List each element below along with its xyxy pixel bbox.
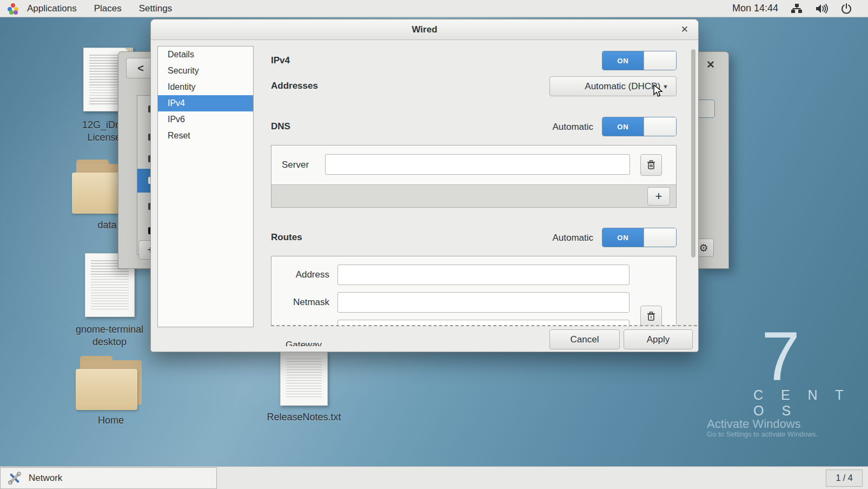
sidebar-item-details[interactable]: Details	[158, 47, 253, 63]
route-address-input[interactable]	[337, 265, 630, 285]
routes-automatic-toggle[interactable]: ON	[602, 228, 677, 247]
toggle-knob	[644, 51, 676, 70]
activate-windows-watermark: Activate Windows	[707, 417, 801, 431]
toggle-on-label: ON	[602, 117, 644, 136]
trash-icon	[647, 312, 655, 321]
places-menu[interactable]: Places	[85, 0, 130, 17]
distro-logo-icon	[8, 3, 18, 14]
house-icon	[90, 378, 132, 404]
sidebar-item-ipv6[interactable]: IPv6	[158, 111, 253, 128]
dialog-title: Wired	[151, 19, 698, 40]
centos-numeral: 7	[761, 322, 800, 391]
toggle-knob	[644, 228, 676, 247]
sidebar-item-security[interactable]: Security	[158, 63, 253, 79]
task-label: Network	[29, 473, 62, 484]
window-close-icon[interactable]: ✕	[706, 58, 715, 71]
toggle-knob	[644, 117, 676, 136]
server-label: Server	[282, 160, 309, 170]
sidebar-item-reset[interactable]: Reset	[158, 128, 253, 144]
network-task-button[interactable]: Network	[0, 467, 217, 489]
dns-automatic-toggle[interactable]: ON	[602, 117, 677, 136]
address-label: Address	[286, 269, 329, 280]
delete-server-button[interactable]	[640, 154, 662, 176]
activate-windows-subtext: Go to Settings to activate Windows.	[707, 430, 818, 438]
icon-label: gnome-terminal	[59, 323, 160, 336]
ipv4-toggle[interactable]: ON	[602, 51, 677, 70]
dns-automatic-label: Automatic	[502, 122, 593, 133]
network-status-icon[interactable]	[790, 2, 803, 15]
dropdown-value: Automatic (DHCP)	[585, 81, 660, 92]
toggle-on-label: ON	[602, 51, 644, 70]
scroll-clip-edge	[271, 325, 697, 326]
apply-button[interactable]: Apply	[624, 329, 693, 349]
ipv4-section-label: IPv4	[271, 55, 290, 66]
settings-menu[interactable]: Settings	[130, 0, 181, 17]
dialog-close-icon[interactable]: ✕	[681, 19, 688, 40]
network-panel-window-right-edge: ✕ ⚙	[699, 51, 729, 269]
routes-box: Address Netmask	[271, 256, 677, 326]
trash-icon	[647, 160, 655, 170]
dialog-sidebar: Details Security Identity IPv4 IPv6 Rese…	[157, 46, 254, 327]
sidebar-item-identity[interactable]: Identity	[158, 79, 253, 95]
icon-label: Home	[73, 414, 149, 427]
dns-server-input[interactable]	[325, 154, 630, 175]
routes-section-label: Routes	[271, 232, 302, 243]
icon-label: desktop	[59, 336, 160, 348]
clock[interactable]: Mon 14:44	[732, 3, 778, 14]
volume-icon[interactable]	[815, 2, 828, 15]
add-dns-server-button[interactable]: +	[647, 187, 670, 206]
wired-settings-dialog: Wired ✕ Details Security Identity IPv4 I…	[150, 19, 699, 352]
desktop-icon-home-folder[interactable]: Home	[73, 356, 149, 427]
gateway-label-clipped: Gateway	[286, 340, 322, 346]
tools-icon	[7, 471, 22, 485]
dialog-scrollbar[interactable]	[691, 49, 695, 257]
icon-label: ReleaseNotes.txt	[255, 411, 353, 424]
dialog-titlebar[interactable]: Wired ✕	[151, 19, 698, 40]
cancel-button[interactable]: Cancel	[549, 329, 620, 349]
netmask-label: Netmask	[282, 297, 329, 308]
desktop-icon-release-notes[interactable]: ReleaseNotes.txt	[255, 352, 353, 424]
sidebar-item-ipv4[interactable]: IPv4	[158, 95, 253, 111]
routes-automatic-label: Automatic	[502, 233, 593, 243]
addresses-label: Addresses	[271, 81, 318, 91]
top-panel: Applications Places Settings Mon 14:44	[0, 0, 868, 17]
workspace-switcher[interactable]: 1 / 4	[826, 470, 863, 487]
dns-section-label: DNS	[271, 121, 290, 132]
home-folder-icon	[76, 356, 146, 410]
mouse-cursor	[653, 84, 666, 101]
toggle-on-label: ON	[602, 228, 644, 247]
route-netmask-input[interactable]	[337, 292, 630, 313]
applications-menu[interactable]: Applications	[18, 0, 85, 17]
dns-box-footer: +	[271, 184, 676, 207]
delete-route-button[interactable]	[640, 306, 662, 326]
dns-servers-box: Server +	[271, 145, 677, 208]
centos-wordmark: C E N T O S	[753, 387, 868, 419]
power-icon[interactable]	[840, 2, 853, 15]
document-icon	[280, 352, 328, 406]
bottom-taskbar: Network 1 / 4	[0, 466, 868, 489]
